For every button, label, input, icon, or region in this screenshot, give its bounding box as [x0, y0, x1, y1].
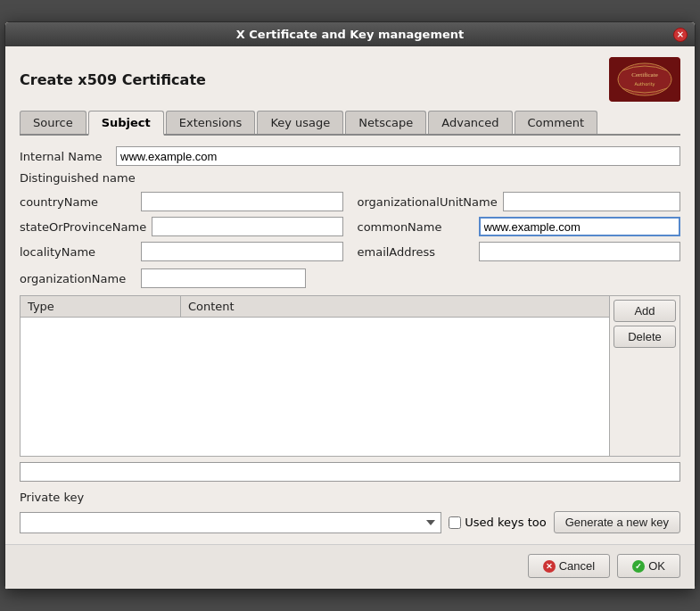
window-header: Create x509 Certificate Certificate Auth… [20, 57, 680, 102]
common-label: commonName [358, 220, 474, 234]
tab-extensions[interactable]: Extensions [166, 111, 256, 134]
table-header: Type Content [21, 296, 609, 318]
state-label: stateOrProvinceName [20, 220, 146, 234]
tab-advanced[interactable]: Advanced [428, 111, 512, 134]
generate-key-button[interactable]: Generate a new key [554, 511, 680, 533]
common-input[interactable] [479, 217, 681, 236]
internal-name-input[interactable] [116, 146, 680, 166]
key-select[interactable] [20, 512, 441, 533]
tab-bar: Source Subject Extensions Key usage Nets… [20, 111, 680, 136]
logo: Certificate Authority [609, 57, 680, 102]
close-button[interactable]: × [673, 28, 688, 42]
internal-name-row: Internal Name [20, 146, 680, 166]
main-window: X Certificate and Key management × Creat… [4, 21, 696, 590]
dn-text-input[interactable] [20, 462, 680, 482]
private-key-label: Private key [20, 491, 680, 504]
titlebar: X Certificate and Key management × [5, 22, 695, 46]
tab-key-usage[interactable]: Key usage [257, 111, 343, 134]
private-key-section: Private key Used keys too Generate a new… [20, 491, 680, 533]
used-keys-checkbox[interactable] [449, 516, 461, 529]
tab-source[interactable]: Source [20, 111, 86, 134]
svg-point-1 [618, 63, 671, 95]
window-title: X Certificate and Key management [236, 28, 464, 41]
dn-common-field: commonName [358, 217, 681, 236]
svg-text:Authority: Authority [634, 81, 655, 87]
org-input[interactable] [141, 268, 306, 288]
dn-locality-field: localityName [20, 242, 343, 261]
org-label: organizationName [20, 272, 136, 285]
used-keys-label[interactable]: Used keys too [449, 516, 546, 529]
dn-table-container: Type Content Add Delete [20, 295, 680, 457]
tab-netscape[interactable]: Netscape [345, 111, 426, 134]
tab-comment[interactable]: Comment [515, 111, 598, 134]
type-column-header: Type [21, 296, 181, 317]
table-action-buttons: Add Delete [609, 296, 679, 456]
ok-button[interactable]: ✓ OK [617, 554, 680, 578]
dn-state-field: stateOrProvinceName [20, 217, 343, 236]
svg-text:Certificate: Certificate [631, 71, 658, 78]
add-button[interactable]: Add [614, 300, 676, 322]
delete-button[interactable]: Delete [614, 326, 676, 348]
locality-label: localityName [20, 245, 136, 259]
dn-email-field: emailAddress [358, 242, 681, 261]
content-column-header: Content [181, 296, 609, 317]
dn-orgunit-field: organizationalUnitName [358, 192, 681, 211]
page-title: Create x509 Certificate [20, 71, 206, 88]
cancel-icon: ✕ [543, 560, 556, 573]
email-label: emailAddress [358, 245, 474, 259]
dn-org-row: organizationName [20, 268, 680, 288]
distinguished-name-section: Distinguished name countryName organizat… [20, 171, 680, 288]
country-input[interactable] [141, 192, 343, 211]
distinguished-name-label: Distinguished name [20, 171, 680, 185]
dialog-buttons: ✕ Cancel ✓ OK [5, 544, 695, 589]
dn-text-input-row [20, 462, 680, 482]
dn-country-field: countryName [20, 192, 343, 211]
dn-table: Type Content [21, 296, 609, 456]
email-input[interactable] [479, 242, 681, 261]
private-key-row: Used keys too Generate a new key [20, 511, 680, 533]
window-content: Create x509 Certificate Certificate Auth… [5, 46, 695, 544]
table-body[interactable] [21, 318, 609, 456]
tab-subject[interactable]: Subject [88, 111, 164, 136]
cancel-button[interactable]: ✕ Cancel [528, 554, 610, 578]
state-input[interactable] [152, 217, 342, 236]
dn-grid: countryName organizationalUnitName state… [20, 192, 680, 261]
orgunit-label: organizationalUnitName [358, 195, 498, 209]
orgunit-input[interactable] [503, 192, 680, 211]
locality-input[interactable] [141, 242, 343, 261]
internal-name-label: Internal Name [20, 150, 109, 163]
ok-icon: ✓ [632, 560, 645, 573]
country-label: countryName [20, 195, 136, 209]
